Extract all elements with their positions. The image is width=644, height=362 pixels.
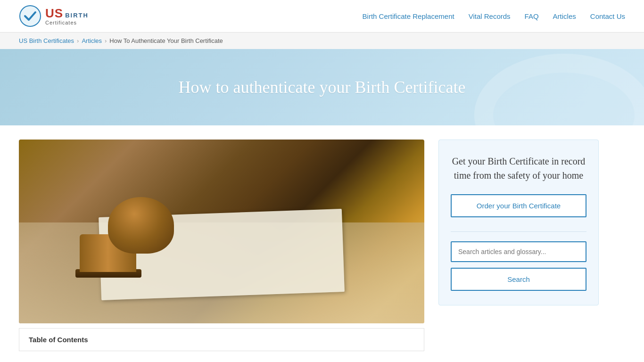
nav-vital-records[interactable]: Vital Records xyxy=(469,12,511,20)
nav-contact-us[interactable]: Contact Us xyxy=(590,12,625,20)
breadcrumb-separator-2: › xyxy=(105,37,107,44)
breadcrumb-home[interactable]: US Birth Certificates xyxy=(19,37,74,44)
stamp-head-decoration xyxy=(108,197,174,254)
breadcrumb-current: How To Authenticate Your Birth Certifica… xyxy=(109,37,223,44)
logo-birth: BIRTH xyxy=(65,12,89,19)
main-content: Table of Contents Get your Birth Certifi… xyxy=(0,125,644,362)
nav-faq[interactable]: FAQ xyxy=(525,12,539,20)
logo-us: US xyxy=(45,7,63,20)
breadcrumb: US Birth Certificates › Articles › How T… xyxy=(0,33,644,49)
svg-point-0 xyxy=(20,6,41,26)
breadcrumb-separator-1: › xyxy=(77,37,79,44)
logo-icon xyxy=(19,5,41,27)
article-image xyxy=(19,140,424,323)
sidebar: Get your Birth Certificate in record tim… xyxy=(438,140,599,351)
article-area: Table of Contents xyxy=(19,140,424,351)
site-header: US BIRTH Certificates Birth Certificate … xyxy=(0,0,644,33)
sidebar-card: Get your Birth Certificate in record tim… xyxy=(438,140,599,305)
logo[interactable]: US BIRTH Certificates xyxy=(19,5,89,27)
sidebar-divider xyxy=(451,231,586,232)
breadcrumb-articles[interactable]: Articles xyxy=(82,37,102,44)
table-of-contents: Table of Contents xyxy=(19,328,424,351)
main-nav: Birth Certificate Replacement Vital Reco… xyxy=(363,12,625,20)
hero-banner: How to authenticate your Birth Certifica… xyxy=(0,49,644,125)
logo-text: US BIRTH Certificates xyxy=(45,7,89,26)
logo-certificates: Certificates xyxy=(45,20,89,25)
page-title: How to authenticate your Birth Certifica… xyxy=(19,77,625,97)
search-button[interactable]: Search xyxy=(451,268,586,291)
sidebar-card-text: Get your Birth Certificate in record tim… xyxy=(451,154,586,182)
nav-birth-certificate-replacement[interactable]: Birth Certificate Replacement xyxy=(363,12,454,20)
toc-title: Table of Contents xyxy=(29,336,414,344)
order-birth-certificate-button[interactable]: Order your Birth Certificate xyxy=(451,194,586,217)
search-input[interactable] xyxy=(451,241,586,262)
nav-articles[interactable]: Articles xyxy=(553,12,576,20)
